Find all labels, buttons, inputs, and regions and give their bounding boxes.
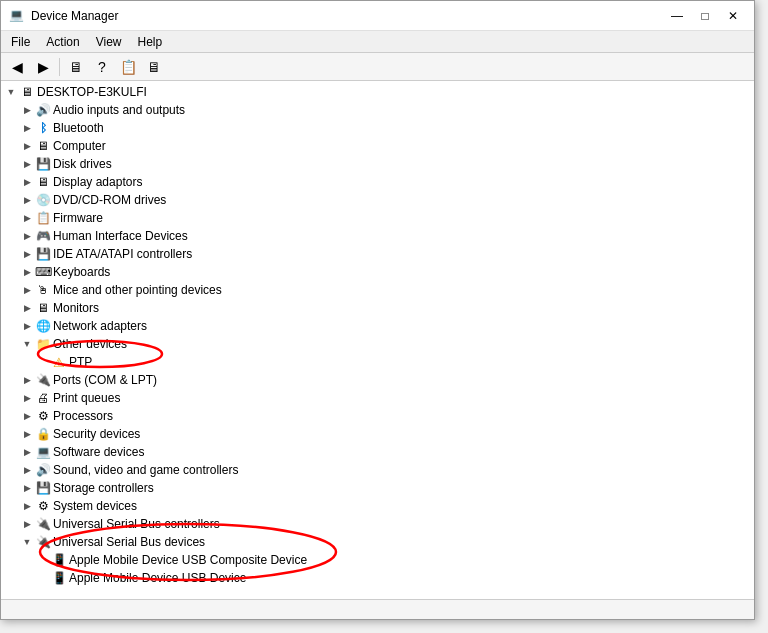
tree-item-network[interactable]: ▶ 🌐 Network adapters: [1, 317, 754, 335]
toolbar-help[interactable]: ?: [90, 56, 114, 78]
tree-item-otherdevices[interactable]: ▼ 📁 Other devices: [1, 335, 754, 353]
icon-ptp-warning: ⚠: [51, 354, 67, 370]
icon-usb: 🔌: [35, 516, 51, 532]
expander-otherdevices[interactable]: ▼: [19, 336, 35, 352]
icon-usbdevices: 🔌: [35, 534, 51, 550]
tree-item-root[interactable]: ▼ 🖥 DESKTOP-E3KULFI: [1, 83, 754, 101]
label-usb: Universal Serial Bus controllers: [53, 517, 220, 531]
status-bar: [1, 599, 754, 619]
tree-item-processors[interactable]: ▶ ⚙ Processors: [1, 407, 754, 425]
expander-keyboards[interactable]: ▶: [19, 264, 35, 280]
menu-action[interactable]: Action: [38, 33, 87, 51]
expander-monitors[interactable]: ▶: [19, 300, 35, 316]
expander-diskdrives[interactable]: ▶: [19, 156, 35, 172]
expander-sound[interactable]: ▶: [19, 462, 35, 478]
toolbar-forward[interactable]: ▶: [31, 56, 55, 78]
label-applemobile2: Apple Mobile Device USB Device: [69, 571, 246, 585]
expander-bluetooth[interactable]: ▶: [19, 120, 35, 136]
tree-item-sound[interactable]: ▶ 🔊 Sound, video and game controllers: [1, 461, 754, 479]
icon-applemobile2: 📱: [51, 570, 67, 586]
menu-help[interactable]: Help: [130, 33, 171, 51]
toolbar-back[interactable]: ◀: [5, 56, 29, 78]
window-title: Device Manager: [31, 9, 118, 23]
tree-item-mice[interactable]: ▶ 🖱 Mice and other pointing devices: [1, 281, 754, 299]
icon-computer: 🖥: [35, 138, 51, 154]
close-button[interactable]: ✕: [720, 5, 746, 27]
menu-file[interactable]: File: [3, 33, 38, 51]
expander-dvd[interactable]: ▶: [19, 192, 35, 208]
toolbar-display[interactable]: 🖥: [142, 56, 166, 78]
menu-view[interactable]: View: [88, 33, 130, 51]
expander-processors[interactable]: ▶: [19, 408, 35, 424]
tree-item-security[interactable]: ▶ 🔒 Security devices: [1, 425, 754, 443]
icon-system: ⚙: [35, 498, 51, 514]
expander-ports[interactable]: ▶: [19, 372, 35, 388]
tree-item-ptp[interactable]: ▶ ⚠ PTP: [1, 353, 754, 371]
expander-security[interactable]: ▶: [19, 426, 35, 442]
tree-item-system[interactable]: ▶ ⚙ System devices: [1, 497, 754, 515]
tree-item-keyboards[interactable]: ▶ ⌨ Keyboards: [1, 263, 754, 281]
expander-root[interactable]: ▼: [3, 84, 19, 100]
tree-item-hid[interactable]: ▶ 🎮 Human Interface Devices: [1, 227, 754, 245]
expander-system[interactable]: ▶: [19, 498, 35, 514]
tree-item-usb[interactable]: ▶ 🔌 Universal Serial Bus controllers: [1, 515, 754, 533]
label-monitors: Monitors: [53, 301, 99, 315]
title-controls: — □ ✕: [664, 5, 746, 27]
label-processors: Processors: [53, 409, 113, 423]
expander-firmware[interactable]: ▶: [19, 210, 35, 226]
label-hid: Human Interface Devices: [53, 229, 188, 243]
tree-item-ports[interactable]: ▶ 🔌 Ports (COM & LPT): [1, 371, 754, 389]
minimize-button[interactable]: —: [664, 5, 690, 27]
icon-security: 🔒: [35, 426, 51, 442]
expander-ide[interactable]: ▶: [19, 246, 35, 262]
expander-mice[interactable]: ▶: [19, 282, 35, 298]
icon-ide: 💾: [35, 246, 51, 262]
tree-item-diskdrives[interactable]: ▶ 💾 Disk drives: [1, 155, 754, 173]
label-software: Software devices: [53, 445, 144, 459]
tree-item-applemobile2[interactable]: ▶ 📱 Apple Mobile Device USB Device: [1, 569, 754, 587]
icon-processors: ⚙: [35, 408, 51, 424]
label-network: Network adapters: [53, 319, 147, 333]
label-keyboards: Keyboards: [53, 265, 110, 279]
tree-item-storage[interactable]: ▶ 💾 Storage controllers: [1, 479, 754, 497]
tree-item-displayadaptors[interactable]: ▶ 🖥 Display adaptors: [1, 173, 754, 191]
label-displayadaptors: Display adaptors: [53, 175, 142, 189]
expander-printqueues[interactable]: ▶: [19, 390, 35, 406]
toolbar-monitor[interactable]: 🖥: [64, 56, 88, 78]
icon-otherdevices: 📁: [35, 336, 51, 352]
tree-view: ▼ 🖥 DESKTOP-E3KULFI ▶ 🔊 Audio inputs and…: [1, 81, 754, 599]
tree-item-firmware[interactable]: ▶ 📋 Firmware: [1, 209, 754, 227]
tree-item-software[interactable]: ▶ 💻 Software devices: [1, 443, 754, 461]
tree-item-monitors[interactable]: ▶ 🖥 Monitors: [1, 299, 754, 317]
expander-displayadaptors[interactable]: ▶: [19, 174, 35, 190]
tree-item-audio[interactable]: ▶ 🔊 Audio inputs and outputs: [1, 101, 754, 119]
window-icon: 💻: [9, 8, 25, 24]
maximize-button[interactable]: □: [692, 5, 718, 27]
icon-keyboards: ⌨: [35, 264, 51, 280]
expander-software[interactable]: ▶: [19, 444, 35, 460]
device-manager-window: 💻 Device Manager — □ ✕ File Action View …: [0, 0, 755, 620]
expander-network[interactable]: ▶: [19, 318, 35, 334]
tree-item-dvd[interactable]: ▶ 💿 DVD/CD-ROM drives: [1, 191, 754, 209]
menu-bar: File Action View Help: [1, 31, 754, 53]
expander-usb[interactable]: ▶: [19, 516, 35, 532]
toolbar-properties[interactable]: 📋: [116, 56, 140, 78]
tree-item-usbdevices[interactable]: ▼ 🔌 Universal Serial Bus devices: [1, 533, 754, 551]
tree-item-bluetooth[interactable]: ▶ ᛒ Bluetooth: [1, 119, 754, 137]
tree-item-computer[interactable]: ▶ 🖥 Computer: [1, 137, 754, 155]
expander-storage[interactable]: ▶: [19, 480, 35, 496]
expander-audio[interactable]: ▶: [19, 102, 35, 118]
expander-usbdevices[interactable]: ▼: [19, 534, 35, 550]
expander-hid[interactable]: ▶: [19, 228, 35, 244]
tree-item-ide[interactable]: ▶ 💾 IDE ATA/ATAPI controllers: [1, 245, 754, 263]
label-ptp: PTP: [69, 355, 92, 369]
label-applemobile1: Apple Mobile Device USB Composite Device: [69, 553, 307, 567]
icon-dvd: 💿: [35, 192, 51, 208]
icon-bluetooth: ᛒ: [35, 120, 51, 136]
tree-item-printqueues[interactable]: ▶ 🖨 Print queues: [1, 389, 754, 407]
tree-item-applemobile1[interactable]: ▶ 📱 Apple Mobile Device USB Composite De…: [1, 551, 754, 569]
icon-sound: 🔊: [35, 462, 51, 478]
label-audio: Audio inputs and outputs: [53, 103, 185, 117]
tree-container: ▼ 🖥 DESKTOP-E3KULFI ▶ 🔊 Audio inputs and…: [1, 83, 754, 587]
expander-computer[interactable]: ▶: [19, 138, 35, 154]
